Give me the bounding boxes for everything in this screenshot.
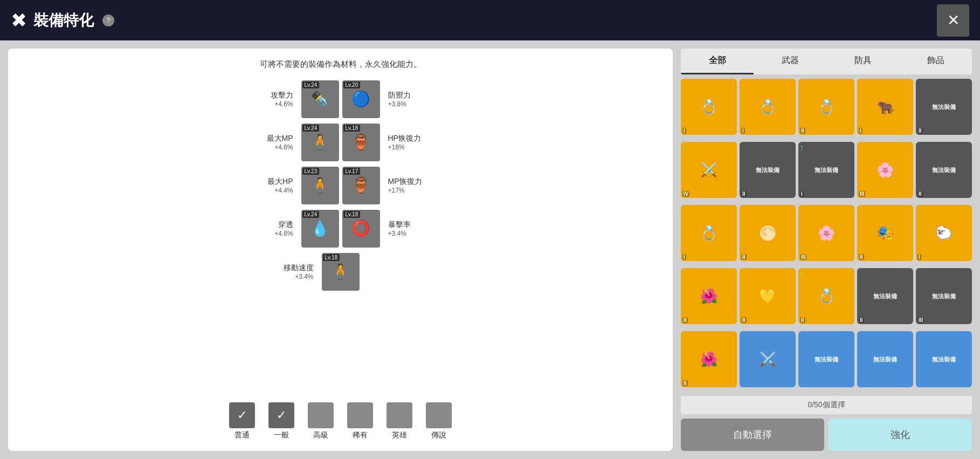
stat-pierce-slots: Lv.24 💧 Lv.18 ⭕ bbox=[301, 210, 380, 248]
filter-rare-label: 稀有 bbox=[353, 430, 368, 440]
page-title: 裝備特化 bbox=[33, 10, 94, 31]
stat-attack-label: 攻擊力 +4.6% bbox=[226, 91, 301, 108]
grid-item[interactable]: 💍 II bbox=[798, 79, 854, 135]
grid-item[interactable]: ↑ 💍 II bbox=[798, 268, 854, 324]
stat-row-attack: 攻擊力 +4.6% Lv.24 ✒️ Lv.20 🔵 防禦力 +3.8% bbox=[24, 80, 657, 118]
stat-pierce-label: 穿透 +4.6% bbox=[226, 220, 301, 237]
category-tabs: 全部 武器 防具 飾品 bbox=[681, 49, 972, 74]
filter-advanced-check bbox=[308, 402, 334, 428]
item-slot[interactable]: Lv.18 🧍 bbox=[322, 253, 360, 291]
close-button[interactable]: ✕ bbox=[937, 4, 969, 37]
filter-common-check: ✓ bbox=[268, 402, 294, 428]
right-panel: 全部 武器 防具 飾品 💍 I 💍 I 💍 II 🐂 I bbox=[681, 49, 972, 451]
item-slot[interactable]: Lv.17 🏺 bbox=[342, 167, 380, 204]
grid-item-no-equip[interactable]: 無法裝備 II bbox=[916, 79, 972, 135]
help-badge[interactable]: ? bbox=[102, 15, 114, 26]
stat-row-pierce: 穿透 +4.6% Lv.24 💧 Lv.18 ⭕ 暴擊率 +3.4% bbox=[24, 210, 657, 248]
enhance-button[interactable]: 強化 bbox=[829, 419, 972, 451]
tab-accessory[interactable]: 飾品 bbox=[899, 49, 972, 74]
filter-hero[interactable]: 英雄 bbox=[387, 402, 412, 440]
stat-hp-recover-label: HP恢復力 +18% bbox=[380, 134, 456, 151]
stat-mp-label: 最大MP +4.6% bbox=[226, 134, 301, 151]
grid-item-no-equip[interactable]: 無法裝備 II bbox=[916, 142, 972, 198]
filter-hero-label: 英雄 bbox=[392, 430, 407, 440]
filter-rare-check bbox=[347, 402, 373, 428]
tab-all[interactable]: 全部 bbox=[681, 49, 754, 74]
filter-common[interactable]: ✓ 一般 bbox=[268, 402, 294, 440]
grid-item-selected-no-equip[interactable]: 無法裝備 bbox=[916, 331, 972, 387]
item-slot[interactable]: Lv.18 ⭕ bbox=[342, 210, 380, 248]
grid-item[interactable]: 🌺 II bbox=[681, 331, 737, 387]
grid-item[interactable]: 🐑 I bbox=[916, 205, 972, 261]
grid-item[interactable]: 🌸 III bbox=[857, 142, 913, 198]
grid-item[interactable]: 💍 I bbox=[681, 79, 737, 135]
filter-legend-check bbox=[426, 402, 452, 428]
stat-row-maxhp: 最大HP +4.4% Lv.23 🧍 Lv.17 🏺 MP恢復力 +17% bbox=[24, 167, 657, 204]
selection-count: 0/50個選擇 bbox=[681, 396, 972, 414]
item-slot[interactable]: Lv.23 🧍 bbox=[301, 167, 339, 204]
main-content: 可將不需要的裝備作為材料，永久強化能力。 攻擊力 +4.6% Lv.24 ✒️ … bbox=[0, 40, 980, 459]
stat-movespeed-slots: Lv.18 🧍 bbox=[322, 253, 360, 291]
stat-movespeed-label: 移動速度 +3.4% bbox=[246, 263, 322, 280]
grid-item-selected-no-equip[interactable]: 無法裝備 bbox=[798, 331, 854, 387]
title-left: ✖ 裝備特化 ? bbox=[11, 9, 114, 32]
filter-hero-check bbox=[387, 402, 412, 428]
grid-item[interactable]: 🌕 II bbox=[740, 205, 796, 261]
stat-attack-slots: Lv.24 ✒️ Lv.20 🔵 bbox=[301, 80, 380, 118]
grid-item[interactable]: 🎭 II bbox=[857, 205, 913, 261]
grid-item-no-equip[interactable]: 無法裝備 III bbox=[916, 268, 972, 324]
item-slot[interactable]: Lv.24 🧍 bbox=[301, 124, 339, 161]
filter-legend[interactable]: 傳說 bbox=[426, 402, 452, 440]
grid-item[interactable]: 💛 II bbox=[740, 268, 796, 324]
filter-advanced[interactable]: 高級 bbox=[308, 402, 334, 440]
stats-area: 攻擊力 +4.6% Lv.24 ✒️ Lv.20 🔵 防禦力 +3.8% bbox=[24, 80, 657, 392]
tab-weapon[interactable]: 武器 bbox=[754, 49, 826, 74]
filter-rare[interactable]: 稀有 bbox=[347, 402, 373, 440]
grid-item[interactable]: 💍 I bbox=[681, 205, 737, 261]
auto-select-button[interactable]: 自動選擇 bbox=[681, 419, 824, 451]
grid-item[interactable]: ↑ ⚔️ IV bbox=[681, 142, 737, 198]
filter-advanced-label: 高級 bbox=[313, 430, 328, 440]
grid-item-no-equip[interactable]: 無法裝備 II bbox=[740, 142, 796, 198]
grid-item[interactable]: 🐂 I bbox=[857, 79, 913, 135]
item-slot[interactable]: Lv.24 💧 bbox=[301, 210, 339, 248]
item-slot[interactable]: Lv.24 ✒️ bbox=[301, 80, 339, 118]
title-icon: ✖ bbox=[11, 9, 27, 32]
action-buttons: 自動選擇 強化 bbox=[681, 419, 972, 451]
stat-row-movespeed: 移動速度 +3.4% Lv.18 🧍 bbox=[24, 253, 657, 291]
stat-mp-recover-label: MP恢復力 +17% bbox=[380, 177, 456, 194]
grid-item[interactable]: 🌸 III bbox=[798, 205, 854, 261]
stat-mp-slots: Lv.24 🧍 Lv.18 🏺 bbox=[301, 124, 380, 161]
title-bar: ✖ 裝備特化 ? ✕ bbox=[0, 0, 980, 40]
stat-defense-label: 防禦力 +3.8% bbox=[380, 91, 456, 108]
stat-crit-label: 暴擊率 +3.4% bbox=[380, 220, 456, 237]
grid-item[interactable]: 🌺 II bbox=[681, 268, 737, 324]
filter-normal-check: ✓ bbox=[229, 402, 255, 428]
tab-armor[interactable]: 防具 bbox=[826, 49, 899, 74]
items-grid: 💍 I 💍 I 💍 II 🐂 I 無法裝備 II ↑ ⚔️ bbox=[681, 79, 972, 392]
filter-common-label: 一般 bbox=[274, 430, 289, 440]
grid-item-selected[interactable]: ⚔️ bbox=[740, 331, 796, 387]
grid-item-no-equip[interactable]: 無法裝備 II bbox=[857, 268, 913, 324]
item-slot[interactable]: Lv.20 🔵 bbox=[342, 80, 380, 118]
grid-item-selected-no-equip[interactable]: 無法裝備 bbox=[857, 331, 913, 387]
grid-item[interactable]: 💍 I bbox=[740, 79, 796, 135]
filter-normal[interactable]: ✓ 普通 bbox=[229, 402, 255, 440]
filter-normal-label: 普通 bbox=[234, 430, 250, 440]
left-panel: 可將不需要的裝備作為材料，永久強化能力。 攻擊力 +4.6% Lv.24 ✒️ … bbox=[8, 49, 673, 451]
filter-area: ✓ 普通 ✓ 一般 高級 稀有 英雄 傳說 bbox=[24, 402, 657, 440]
filter-legend-label: 傳說 bbox=[431, 430, 446, 440]
stat-maxhp-slots: Lv.23 🧍 Lv.17 🏺 bbox=[301, 167, 380, 204]
description-text: 可將不需要的裝備作為材料，永久強化能力。 bbox=[24, 59, 657, 70]
stat-maxhp-label: 最大HP +4.4% bbox=[226, 177, 301, 194]
grid-item-no-equip[interactable]: ↑ 無法裝備 I bbox=[798, 142, 854, 198]
stat-row-mp: 最大MP +4.6% Lv.24 🧍 Lv.18 🏺 HP恢復力 +18% bbox=[24, 124, 657, 161]
item-slot[interactable]: Lv.18 🏺 bbox=[342, 124, 380, 161]
